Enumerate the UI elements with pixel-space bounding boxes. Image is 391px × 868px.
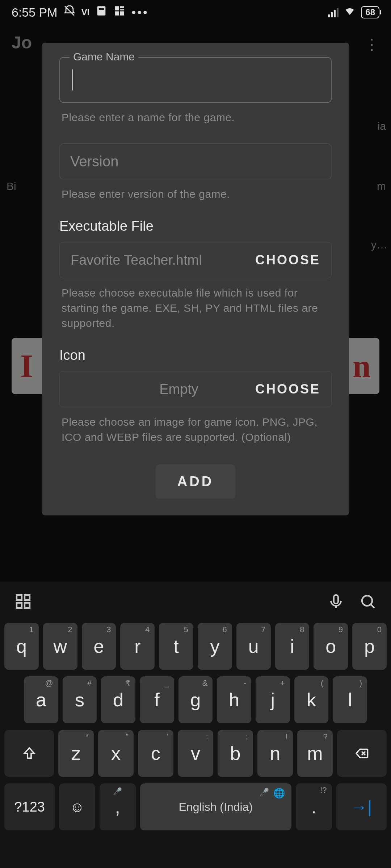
key-e[interactable]: 3e	[82, 623, 116, 670]
svg-rect-4	[120, 6, 124, 8]
backspace-key[interactable]	[337, 730, 387, 777]
svg-rect-2	[99, 8, 104, 10]
svg-point-13	[362, 596, 372, 606]
icon-value: Empty	[71, 382, 255, 397]
key-d[interactable]: ₹d	[101, 676, 135, 723]
svg-rect-8	[17, 595, 22, 600]
key-v[interactable]: :v	[178, 730, 213, 777]
svg-rect-5	[120, 9, 124, 10]
svg-rect-1	[97, 6, 106, 16]
executable-value: Favorite Teacher.html	[71, 252, 255, 268]
keyboard-mic-icon[interactable]	[327, 593, 345, 612]
keyboard-search-icon[interactable]	[359, 593, 377, 612]
bg-text-fragment: m	[377, 180, 386, 192]
key-n[interactable]: !n	[257, 730, 293, 777]
svg-rect-10	[17, 603, 22, 608]
key-o[interactable]: 9o	[314, 623, 348, 670]
key-b[interactable]: ;b	[218, 730, 253, 777]
bg-text-fragment: ia	[378, 120, 386, 132]
keyboard-row-3: *z"x'c:v;b!n?m	[4, 730, 387, 777]
key-u[interactable]: 7u	[236, 623, 271, 670]
soft-keyboard: 1q2w3e4r5t6y7u8i9o0p @a#s₹d_f&g-h+j(k)l …	[0, 582, 391, 868]
svg-line-14	[371, 604, 374, 608]
key-c[interactable]: 'c	[138, 730, 173, 777]
dnd-icon	[63, 5, 76, 20]
comma-key[interactable]: 🎤 ,	[100, 783, 136, 830]
key-j[interactable]: +j	[256, 676, 290, 723]
game-name-field-wrap: Game Name	[59, 57, 332, 103]
signal-icon	[328, 7, 339, 17]
status-time: 6:55 PM	[12, 5, 58, 20]
keyboard-toolbar	[0, 582, 391, 623]
key-x[interactable]: "x	[98, 730, 134, 777]
svg-rect-3	[115, 6, 119, 10]
bg-text-fragment: y…	[371, 239, 387, 251]
key-p[interactable]: 0p	[352, 623, 387, 670]
version-helper: Please enter version of the game.	[59, 187, 332, 202]
notification-icon-1	[95, 5, 108, 20]
enter-key[interactable]: →|	[336, 783, 387, 830]
add-game-dialog: Game Name Please enter a name for the ga…	[42, 43, 349, 515]
icon-chooser[interactable]: Empty CHOOSE	[59, 371, 332, 407]
version-input[interactable]	[59, 143, 332, 179]
key-q[interactable]: 1q	[4, 623, 39, 670]
version-field-wrap	[59, 143, 332, 179]
more-notifications-icon: •••	[131, 5, 149, 20]
key-f[interactable]: _f	[140, 676, 174, 723]
svg-rect-12	[334, 595, 338, 604]
key-m[interactable]: ?m	[297, 730, 333, 777]
key-h[interactable]: -h	[217, 676, 251, 723]
game-name-helper: Please enter a name for the game.	[59, 110, 332, 125]
executable-helper: Please choose executable file which is u…	[59, 285, 332, 331]
bg-text-fragment: Bi	[7, 180, 16, 192]
keyboard-grid-icon[interactable]	[14, 593, 32, 612]
icon-label: Icon	[59, 348, 332, 363]
key-g[interactable]: &g	[178, 676, 213, 723]
keyboard-row-2: @a#s₹d_f&g-h+j(k)l	[4, 676, 387, 723]
status-bar: 6:55 PM VI ••• 68	[0, 0, 391, 25]
icon-choose-button[interactable]: CHOOSE	[255, 382, 320, 397]
wifi-icon	[344, 5, 356, 20]
executable-chooser[interactable]: Favorite Teacher.html CHOOSE	[59, 242, 332, 278]
key-z[interactable]: *z	[58, 730, 94, 777]
svg-rect-9	[25, 595, 30, 600]
key-i[interactable]: 8i	[275, 623, 310, 670]
key-w[interactable]: 2w	[43, 623, 77, 670]
svg-rect-7	[120, 11, 124, 15]
key-y[interactable]: 6y	[198, 623, 232, 670]
executable-choose-button[interactable]: CHOOSE	[255, 252, 320, 268]
key-l[interactable]: )l	[333, 676, 367, 723]
notification-icon-2	[113, 5, 126, 20]
key-a[interactable]: @a	[24, 676, 58, 723]
emoji-key[interactable]: ☺	[59, 783, 95, 830]
icon-helper: Please choose an image for game icon. PN…	[59, 414, 332, 445]
spacebar-key[interactable]: 🎤🌐 English (India)	[140, 783, 291, 830]
key-s[interactable]: #s	[63, 676, 97, 723]
executable-label: Executable File	[59, 218, 332, 234]
carrier-label: VI	[81, 7, 90, 17]
key-t[interactable]: 5t	[159, 623, 193, 670]
key-k[interactable]: (k	[294, 676, 329, 723]
symbols-key[interactable]: ?123	[4, 783, 55, 830]
game-name-input[interactable]	[59, 57, 332, 103]
key-r[interactable]: 4r	[120, 623, 155, 670]
add-button[interactable]: ADD	[156, 464, 235, 499]
svg-rect-11	[25, 603, 30, 608]
keyboard-row-4: ?123 ☺ 🎤 , 🎤🌐 English (India) !? . →|	[4, 783, 387, 830]
battery-indicator: 68	[361, 6, 379, 18]
overflow-menu-icon[interactable]: ⋮	[364, 35, 380, 53]
keyboard-row-1: 1q2w3e4r5t6y7u8i9o0p	[4, 623, 387, 670]
shift-key[interactable]	[4, 730, 54, 777]
text-cursor	[72, 69, 73, 90]
svg-rect-6	[115, 11, 119, 15]
game-name-label: Game Name	[70, 51, 138, 63]
period-key[interactable]: !? .	[296, 783, 332, 830]
